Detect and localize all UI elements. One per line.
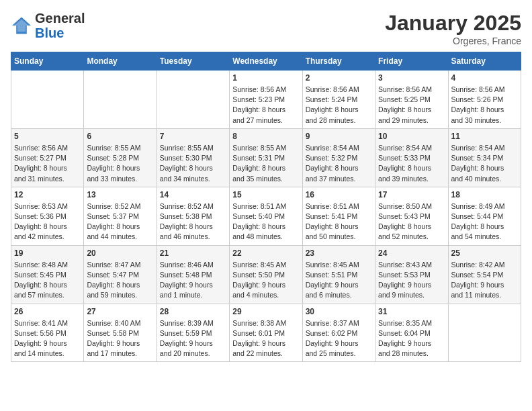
day-content: Sunrise: 8:54 AM Sunset: 5:33 PM Dayligh… <box>378 143 445 184</box>
day-number: 4 <box>451 73 518 83</box>
day-content: Sunrise: 8:40 AM Sunset: 5:58 PM Dayligh… <box>87 318 153 359</box>
calendar-cell: 24Sunrise: 8:43 AM Sunset: 5:53 PM Dayli… <box>375 245 448 304</box>
calendar-cell: 4Sunrise: 8:56 AM Sunset: 5:26 PM Daylig… <box>448 71 521 129</box>
day-content: Sunrise: 8:43 AM Sunset: 5:53 PM Dayligh… <box>378 260 445 301</box>
day-content: Sunrise: 8:39 AM Sunset: 5:59 PM Dayligh… <box>160 318 226 359</box>
calendar-cell: 21Sunrise: 8:46 AM Sunset: 5:48 PM Dayli… <box>157 245 229 304</box>
weekday-header: Friday <box>375 52 448 71</box>
calendar-header-row: SundayMondayTuesdayWednesdayThursdayFrid… <box>11 52 521 71</box>
weekday-header: Sunday <box>11 52 84 71</box>
day-number: 26 <box>14 307 81 316</box>
day-content: Sunrise: 8:56 AM Sunset: 5:25 PM Dayligh… <box>378 85 445 126</box>
day-content: Sunrise: 8:41 AM Sunset: 5:56 PM Dayligh… <box>14 318 81 359</box>
day-content: Sunrise: 8:55 AM Sunset: 5:28 PM Dayligh… <box>87 143 153 184</box>
calendar-cell: 5Sunrise: 8:56 AM Sunset: 5:27 PM Daylig… <box>11 128 84 187</box>
location: Orgeres, France <box>385 36 521 46</box>
day-content: Sunrise: 8:42 AM Sunset: 5:54 PM Dayligh… <box>451 260 518 301</box>
logo-text: General Blue <box>35 11 85 40</box>
day-content: Sunrise: 8:52 AM Sunset: 5:38 PM Dayligh… <box>160 201 226 242</box>
calendar-cell: 6Sunrise: 8:55 AM Sunset: 5:28 PM Daylig… <box>84 128 157 187</box>
day-content: Sunrise: 8:54 AM Sunset: 5:32 PM Dayligh… <box>306 143 372 184</box>
calendar-cell <box>157 71 229 129</box>
day-number: 24 <box>378 248 445 258</box>
weekday-header: Tuesday <box>157 52 229 71</box>
day-content: Sunrise: 8:35 AM Sunset: 6:04 PM Dayligh… <box>378 318 445 359</box>
calendar-cell: 27Sunrise: 8:40 AM Sunset: 5:58 PM Dayli… <box>84 304 157 362</box>
day-content: Sunrise: 8:55 AM Sunset: 5:31 PM Dayligh… <box>232 143 299 184</box>
day-number: 28 <box>160 307 226 316</box>
day-content: Sunrise: 8:50 AM Sunset: 5:43 PM Dayligh… <box>378 201 445 242</box>
calendar-cell: 12Sunrise: 8:53 AM Sunset: 5:36 PM Dayli… <box>11 187 84 245</box>
day-content: Sunrise: 8:54 AM Sunset: 5:34 PM Dayligh… <box>451 143 518 184</box>
day-number: 1 <box>232 73 299 83</box>
day-number: 20 <box>87 248 153 258</box>
calendar-cell: 17Sunrise: 8:50 AM Sunset: 5:43 PM Dayli… <box>375 187 448 245</box>
calendar-cell: 10Sunrise: 8:54 AM Sunset: 5:33 PM Dayli… <box>375 128 448 187</box>
day-number: 22 <box>232 248 299 258</box>
day-number: 2 <box>306 73 372 83</box>
day-content: Sunrise: 8:37 AM Sunset: 6:02 PM Dayligh… <box>306 318 372 359</box>
day-content: Sunrise: 8:48 AM Sunset: 5:45 PM Dayligh… <box>14 260 81 301</box>
day-content: Sunrise: 8:46 AM Sunset: 5:48 PM Dayligh… <box>160 260 226 301</box>
weekday-header: Wednesday <box>230 52 302 71</box>
calendar-cell: 20Sunrise: 8:47 AM Sunset: 5:47 PM Dayli… <box>84 245 157 304</box>
day-content: Sunrise: 8:47 AM Sunset: 5:47 PM Dayligh… <box>87 260 153 301</box>
day-number: 13 <box>87 190 153 199</box>
day-number: 8 <box>232 132 299 141</box>
calendar-cell: 23Sunrise: 8:45 AM Sunset: 5:51 PM Dayli… <box>302 245 375 304</box>
title-block: January 2025 Orgeres, France <box>385 11 521 46</box>
day-content: Sunrise: 8:49 AM Sunset: 5:44 PM Dayligh… <box>451 201 518 242</box>
day-content: Sunrise: 8:45 AM Sunset: 5:50 PM Dayligh… <box>232 260 299 301</box>
calendar-cell: 8Sunrise: 8:55 AM Sunset: 5:31 PM Daylig… <box>230 128 302 187</box>
day-content: Sunrise: 8:52 AM Sunset: 5:37 PM Dayligh… <box>87 201 153 242</box>
day-content: Sunrise: 8:56 AM Sunset: 5:24 PM Dayligh… <box>306 85 372 126</box>
day-number: 11 <box>451 132 518 141</box>
calendar-cell: 29Sunrise: 8:38 AM Sunset: 6:01 PM Dayli… <box>230 304 302 362</box>
calendar-cell: 11Sunrise: 8:54 AM Sunset: 5:34 PM Dayli… <box>448 128 521 187</box>
day-number: 18 <box>451 190 518 199</box>
calendar-cell: 13Sunrise: 8:52 AM Sunset: 5:37 PM Dayli… <box>84 187 157 245</box>
day-number: 23 <box>306 248 372 258</box>
day-number: 9 <box>306 132 372 141</box>
calendar-cell: 3Sunrise: 8:56 AM Sunset: 5:25 PM Daylig… <box>375 71 448 129</box>
calendar-cell: 22Sunrise: 8:45 AM Sunset: 5:50 PM Dayli… <box>230 245 302 304</box>
calendar-cell: 16Sunrise: 8:51 AM Sunset: 5:41 PM Dayli… <box>302 187 375 245</box>
calendar-cell: 14Sunrise: 8:52 AM Sunset: 5:38 PM Dayli… <box>157 187 229 245</box>
day-number: 10 <box>378 132 445 141</box>
calendar-week-row: 12Sunrise: 8:53 AM Sunset: 5:36 PM Dayli… <box>11 187 521 245</box>
calendar-cell <box>448 304 521 362</box>
day-number: 31 <box>378 307 445 316</box>
day-number: 25 <box>451 248 518 258</box>
month-title: January 2025 <box>385 11 521 36</box>
calendar-cell: 1Sunrise: 8:56 AM Sunset: 5:23 PM Daylig… <box>230 71 302 129</box>
logo-icon <box>11 16 32 35</box>
day-number: 3 <box>378 73 445 83</box>
logo: General Blue <box>11 11 85 40</box>
weekday-header: Saturday <box>448 52 521 71</box>
day-number: 27 <box>87 307 153 316</box>
day-number: 17 <box>378 190 445 199</box>
page-header: General Blue January 2025 Orgeres, Franc… <box>11 11 521 46</box>
day-number: 30 <box>306 307 372 316</box>
calendar-cell: 2Sunrise: 8:56 AM Sunset: 5:24 PM Daylig… <box>302 71 375 129</box>
day-number: 16 <box>306 190 372 199</box>
calendar-table: SundayMondayTuesdayWednesdayThursdayFrid… <box>11 52 521 362</box>
calendar-week-row: 26Sunrise: 8:41 AM Sunset: 5:56 PM Dayli… <box>11 304 521 362</box>
calendar-cell: 26Sunrise: 8:41 AM Sunset: 5:56 PM Dayli… <box>11 304 84 362</box>
calendar-cell <box>11 71 84 129</box>
day-number: 15 <box>232 190 299 199</box>
calendar-cell: 7Sunrise: 8:55 AM Sunset: 5:30 PM Daylig… <box>157 128 229 187</box>
calendar-cell: 30Sunrise: 8:37 AM Sunset: 6:02 PM Dayli… <box>302 304 375 362</box>
calendar-cell: 25Sunrise: 8:42 AM Sunset: 5:54 PM Dayli… <box>448 245 521 304</box>
calendar-cell: 15Sunrise: 8:51 AM Sunset: 5:40 PM Dayli… <box>230 187 302 245</box>
weekday-header: Monday <box>84 52 157 71</box>
calendar-week-row: 19Sunrise: 8:48 AM Sunset: 5:45 PM Dayli… <box>11 245 521 304</box>
day-number: 21 <box>160 248 226 258</box>
day-content: Sunrise: 8:56 AM Sunset: 5:26 PM Dayligh… <box>451 85 518 126</box>
day-content: Sunrise: 8:55 AM Sunset: 5:30 PM Dayligh… <box>160 143 226 184</box>
calendar-cell: 28Sunrise: 8:39 AM Sunset: 5:59 PM Dayli… <box>157 304 229 362</box>
calendar-cell: 18Sunrise: 8:49 AM Sunset: 5:44 PM Dayli… <box>448 187 521 245</box>
day-content: Sunrise: 8:56 AM Sunset: 5:27 PM Dayligh… <box>14 143 81 184</box>
day-number: 14 <box>160 190 226 199</box>
calendar-week-row: 1Sunrise: 8:56 AM Sunset: 5:23 PM Daylig… <box>11 71 521 129</box>
